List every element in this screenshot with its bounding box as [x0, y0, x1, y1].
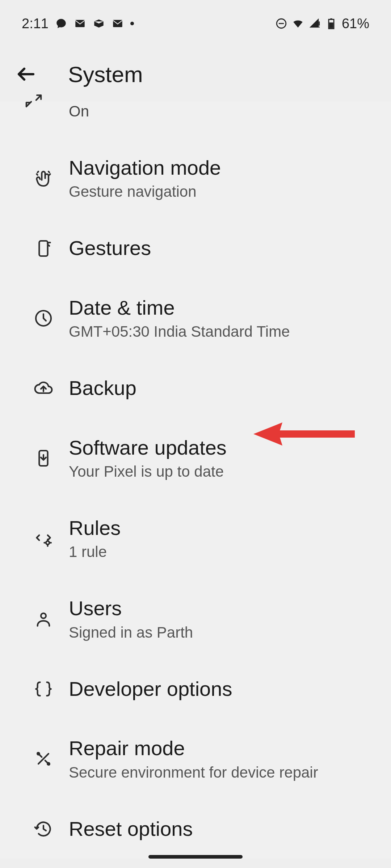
status-bar: 2:11 61%	[0, 0, 391, 47]
row-label: Gestures	[69, 237, 377, 260]
battery-percent: 61%	[342, 16, 369, 31]
row-navigation-mode[interactable]: Navigation modeGesture navigation	[0, 138, 391, 218]
row-texts: Repair modeSecure environment for device…	[69, 737, 377, 781]
row-subtitle: Gesture navigation	[69, 183, 377, 200]
row-texts: Backup	[69, 376, 377, 400]
row-partial-subtitle: On	[69, 103, 391, 120]
svg-point-5	[319, 27, 320, 28]
signal-icon	[308, 17, 321, 30]
status-right: 61%	[275, 16, 369, 31]
arrow-left-icon	[15, 63, 37, 85]
row-label: Rules	[69, 516, 377, 540]
row-texts: Date & timeGMT+05:30 India Standard Time	[69, 296, 377, 340]
row-backup[interactable]: Backup	[0, 358, 391, 418]
phone-sparkle-icon	[18, 238, 69, 259]
row-texts: Software updatesYour Pixel is up to date	[69, 436, 377, 480]
chat-bubble-icon	[55, 17, 67, 30]
row-texts: Gestures	[69, 237, 377, 260]
status-left: 2:11	[22, 16, 134, 31]
row-texts: Rules1 rule	[69, 516, 377, 561]
box-icon	[93, 17, 105, 30]
status-time: 2:11	[22, 16, 49, 31]
svg-point-12	[46, 541, 49, 544]
toolbar: System	[0, 47, 391, 101]
row-label: Backup	[69, 376, 377, 400]
row-developer-options[interactable]: Developer options	[0, 659, 391, 719]
row-subtitle: Your Pixel is up to date	[69, 463, 377, 480]
row-texts: UsersSigned in as Parth	[69, 597, 377, 641]
wifi-icon	[292, 17, 304, 30]
row-partial-previous[interactable]: On	[0, 101, 391, 138]
svg-rect-7	[330, 18, 332, 20]
row-subtitle: Signed in as Parth	[69, 624, 377, 641]
svg-point-13	[41, 613, 46, 618]
row-label: Users	[69, 597, 377, 620]
arrows-gear-icon	[18, 528, 69, 549]
mail-icon-2	[112, 17, 124, 30]
tools-icon	[18, 749, 69, 769]
svg-rect-8	[329, 22, 333, 28]
row-date-time[interactable]: Date & timeGMT+05:30 India Standard Time	[0, 278, 391, 358]
row-label: Repair mode	[69, 737, 377, 760]
svg-rect-9	[39, 241, 47, 256]
back-button[interactable]	[13, 61, 39, 87]
row-label: Navigation mode	[69, 156, 377, 179]
svg-rect-4	[319, 21, 320, 25]
row-reset-options[interactable]: Reset options	[0, 799, 391, 859]
mail-icon	[74, 17, 86, 30]
braces-icon	[18, 679, 69, 699]
svg-rect-0	[75, 20, 85, 27]
row-repair-mode[interactable]: Repair modeSecure environment for device…	[0, 719, 391, 799]
person-icon	[18, 609, 69, 629]
nav-gesture-handle[interactable]	[148, 855, 243, 859]
row-texts: Navigation modeGesture navigation	[69, 156, 377, 200]
row-label: Date & time	[69, 296, 377, 319]
row-label: Software updates	[69, 436, 377, 459]
row-software-updates[interactable]: Software updatesYour Pixel is up to date	[0, 418, 391, 498]
row-subtitle: Secure environment for device repair	[69, 764, 377, 781]
svg-rect-1	[113, 20, 122, 27]
row-subtitle: GMT+05:30 India Standard Time	[69, 323, 377, 340]
clock-icon	[18, 308, 69, 328]
row-label: Developer options	[69, 677, 377, 701]
row-subtitle: 1 rule	[69, 543, 377, 561]
partial-icon	[21, 88, 46, 114]
row-texts: Reset options	[69, 817, 377, 841]
cloud-up-icon	[18, 378, 69, 398]
dnd-icon	[275, 17, 287, 30]
settings-list[interactable]: On Navigation modeGesture navigationGest…	[0, 101, 391, 859]
row-users[interactable]: UsersSigned in as Parth	[0, 579, 391, 659]
row-label: Reset options	[69, 817, 377, 841]
phone-down-icon	[18, 448, 69, 468]
hand-swipe-icon	[18, 168, 69, 188]
more-notifications-dot-icon	[130, 22, 134, 25]
history-icon	[18, 819, 69, 839]
row-gestures[interactable]: Gestures	[0, 218, 391, 278]
row-texts: Developer options	[69, 677, 377, 701]
page-title: System	[68, 61, 143, 87]
row-rules[interactable]: Rules1 rule	[0, 498, 391, 579]
battery-icon	[325, 17, 337, 30]
